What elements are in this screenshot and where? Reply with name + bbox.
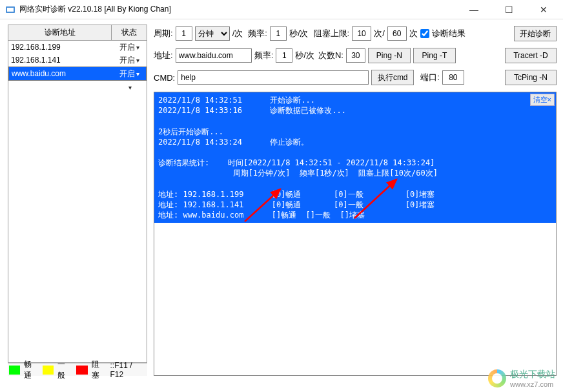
legend-red-icon — [76, 366, 87, 375]
addr-label: 地址: — [154, 50, 173, 61]
watermark-url: www.xz7.com — [510, 380, 555, 388]
chevron-down-icon: ▾ — [136, 44, 139, 51]
watermark-logo-icon — [488, 369, 506, 387]
sidebar-row[interactable]: 192.168.1.199 开启▾ — [8, 41, 147, 54]
freq-input[interactable] — [270, 26, 287, 41]
sidebar-header: 诊断地址 状态 — [8, 25, 147, 41]
execute-cmd-button[interactable]: 执行cmd — [371, 70, 414, 85]
close-button[interactable]: ✕ — [532, 2, 555, 17]
period-input[interactable] — [176, 26, 192, 41]
chevron-down-icon: ▾ — [136, 57, 139, 64]
port-input[interactable] — [442, 70, 464, 85]
legend-bad: 阻塞 — [92, 359, 107, 381]
row-address: 192.168.1.199 — [8, 41, 112, 53]
start-diagnosis-button[interactable]: 开始诊断 — [514, 26, 557, 41]
chevron-down-icon: ▾ — [128, 84, 132, 91]
freq2-unit: 秒/次 — [295, 50, 314, 61]
countn-label: 次数N: — [318, 50, 343, 61]
period-label: 周期: — [154, 28, 173, 39]
sidebar-row[interactable]: www.baidu.com 开启▾ — [8, 67, 147, 81]
cmd-input[interactable] — [178, 70, 369, 85]
ping-n-button[interactable]: Ping -N — [368, 48, 411, 63]
header-state: 状态 — [112, 25, 147, 40]
block-a-input[interactable] — [352, 26, 371, 41]
watermark-name: 极光下载站 — [510, 369, 555, 380]
ping-t-button[interactable]: Ping -T — [413, 48, 456, 63]
sidebar-row[interactable]: 192.168.1.141 开启▾ — [8, 54, 147, 67]
window-buttons: — ☐ ✕ — [462, 2, 555, 17]
console-output[interactable]: 2022/11/8 14:32:51 开始诊断... 2022/11/8 14:… — [154, 92, 556, 223]
port-label: 端口: — [420, 72, 440, 83]
minimize-button[interactable]: — — [462, 2, 486, 17]
sidebar-rows: 192.168.1.199 开启▾ 192.168.1.141 开启▾ www.… — [8, 41, 147, 363]
tcping-n-button[interactable]: TcPing -N — [505, 70, 557, 85]
block-label: 阻塞上限: — [314, 28, 350, 39]
legend-ok: 畅通 — [24, 359, 39, 381]
block-suffix: 次 — [409, 28, 418, 39]
chevron-down-icon: ▾ — [136, 70, 139, 77]
clear-button[interactable]: 清空× — [530, 94, 555, 106]
svg-rect-1 — [7, 8, 14, 12]
row-cmd: CMD: 执行cmd 端口: TcPing -N — [154, 68, 557, 87]
cmd-label: CMD: — [154, 73, 175, 83]
right-panel: 周期: 分钟 /次 频率: 秒/次 阻塞上限: 次/ 次 诊断结果 开始诊断 地… — [150, 19, 563, 376]
legend-bar: 畅通 一般 阻塞 ::F11 / F12 — [8, 363, 147, 376]
legend-mid: 一般 — [57, 359, 72, 381]
result-check-label: 诊断结果 — [432, 28, 466, 39]
sidebar: 诊断地址 状态 192.168.1.199 开启▾ 192.168.1.141 … — [0, 19, 150, 376]
titlebar: 网络实时诊断 v22.10.18 [All By Kiong Chan] — ☐… — [0, 0, 563, 19]
maximize-button[interactable]: ☐ — [497, 2, 520, 17]
row-address: www.baidu.com — [9, 68, 112, 79]
window-title: 网络实时诊断 v22.10.18 [All By Kiong Chan] — [19, 4, 462, 15]
legend-green-icon — [9, 366, 20, 375]
sidebar-row[interactable]: ▾ — [8, 81, 147, 94]
freq-unit: 秒/次 — [289, 28, 309, 39]
legend-yellow-icon — [43, 366, 54, 375]
row-period: 周期: 分钟 /次 频率: 秒/次 阻塞上限: 次/ 次 诊断结果 开始诊断 — [154, 25, 557, 43]
freq-label: 频率: — [248, 28, 267, 39]
countn-input[interactable] — [346, 48, 365, 63]
block-b-input[interactable] — [387, 26, 407, 41]
legend-hotkey: ::F11 / F12 — [110, 361, 147, 379]
row-address: 地址: 频率: 秒/次 次数N: Ping -N Ping -T Tracert… — [154, 46, 557, 65]
result-checkbox[interactable] — [420, 29, 429, 38]
row-state[interactable]: 开启▾ — [112, 41, 147, 54]
tracert-d-button[interactable]: Tracert -D — [505, 48, 557, 63]
freq2-input[interactable] — [276, 48, 292, 63]
row-state[interactable]: ▾ — [112, 83, 147, 92]
row-address — [8, 86, 112, 88]
row-state[interactable]: 开启▾ — [112, 54, 147, 67]
period-unit-select[interactable]: 分钟 — [195, 26, 230, 41]
row-address: 192.168.1.141 — [8, 54, 112, 66]
header-address: 诊断地址 — [8, 25, 112, 40]
block-mid: 次/ — [374, 28, 385, 39]
row-state[interactable]: 开启▾ — [112, 67, 146, 81]
watermark: 极光下载站 www.xz7.com — [488, 369, 555, 388]
app-icon — [5, 5, 15, 15]
freq2-label: 频率: — [254, 50, 274, 61]
address-input[interactable] — [176, 48, 252, 63]
console: 清空× 2022/11/8 14:32:51 开始诊断... 2022/11/8… — [154, 92, 557, 376]
per-time-label: /次 — [232, 28, 243, 39]
